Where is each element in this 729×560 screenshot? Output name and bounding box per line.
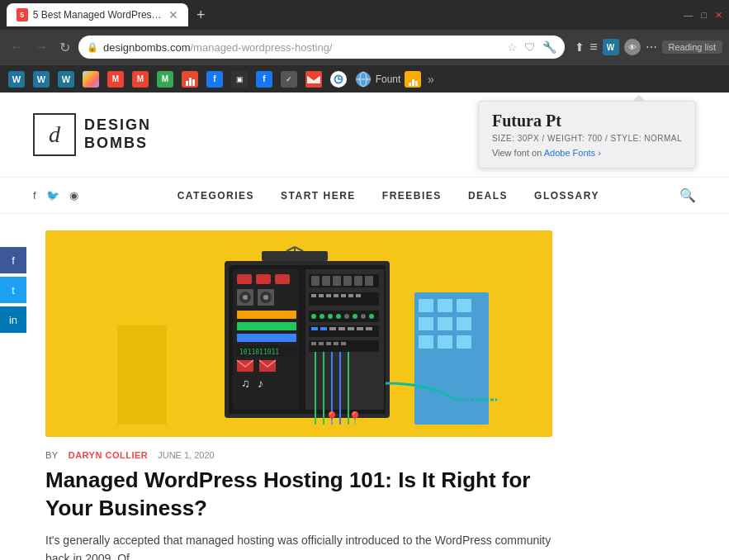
- svg-rect-75: [366, 327, 372, 330]
- bookmark-mail3[interactable]: M: [154, 69, 177, 89]
- close-window-button[interactable]: ✕: [715, 10, 722, 21]
- facebook-icon[interactable]: f: [33, 189, 36, 202]
- social-sidebar: f t in: [0, 247, 26, 335]
- bookmark-star-icon[interactable]: ☆: [507, 40, 518, 54]
- bookmark-analytics2[interactable]: [401, 69, 424, 89]
- svg-rect-71: [329, 327, 336, 330]
- svg-text:📍: 📍: [324, 411, 340, 425]
- share-icon[interactable]: ⬆: [575, 40, 585, 54]
- svg-rect-18: [262, 251, 328, 261]
- svg-rect-72: [338, 327, 345, 330]
- maximize-button[interactable]: □: [701, 10, 707, 20]
- svg-line-21: [295, 247, 303, 251]
- server-illustration: 1011011011 ♫ ♪: [101, 243, 497, 425]
- linkedin-share-icon: in: [9, 314, 17, 326]
- article-meta: BY DARYN COLLIER JUNE 1, 2020: [45, 450, 679, 460]
- svg-rect-56: [341, 294, 346, 297]
- nav-freebies[interactable]: FREEBIES: [382, 190, 442, 202]
- svg-rect-47: [333, 276, 341, 286]
- browser-toolbar: ⬆ ≡ W 👁 ⋯ Reading list: [575, 39, 722, 55]
- nav-deals[interactable]: DEALS: [468, 190, 508, 202]
- svg-rect-11: [457, 299, 471, 312]
- bookmark-blue1[interactable]: f: [203, 69, 226, 89]
- bookmark-blue3[interactable]: f: [253, 69, 276, 89]
- by-label: BY: [45, 450, 59, 460]
- twitter-icon[interactable]: 🐦: [46, 189, 59, 202]
- bookmark-google[interactable]: [327, 69, 350, 89]
- window-controls: — □ ✕: [684, 10, 722, 21]
- new-tab-button[interactable]: +: [196, 7, 206, 24]
- svg-rect-9: [419, 299, 433, 312]
- svg-rect-50: [365, 276, 373, 286]
- font-details: SIZE: 30PX / WEIGHT: 700 / STYLE: NORMAL: [492, 134, 682, 143]
- bookmark-gradient[interactable]: [79, 69, 102, 89]
- font-name: Futura Pt: [492, 112, 682, 131]
- adobe-fonts-link[interactable]: Adobe Fonts ›: [544, 148, 601, 158]
- site-nav: f 🐦 ◉ CATEGORIES START HERE FREEBIES DEA…: [0, 178, 729, 214]
- address-bar: ← → ↻ 🔒 designbombs.com/managed-wordpres…: [0, 30, 729, 64]
- sidebar-icon[interactable]: ≡: [589, 40, 597, 55]
- address-input[interactable]: 🔒 designbombs.com/managed-wordpress-host…: [78, 36, 565, 59]
- bookmarks-bar: W W W M M M f ▣ f ✓ Fount: [0, 64, 729, 93]
- site-content: d DESIGN BOMBS Futura Pt SIZE: 30PX / WE…: [0, 93, 729, 560]
- address-bar-icons: ☆ 🛡 🔧: [507, 40, 556, 54]
- wp-extension-icon[interactable]: W: [603, 39, 619, 55]
- svg-point-66: [361, 314, 366, 319]
- bookmark-fount[interactable]: Fount: [376, 69, 400, 89]
- svg-point-64: [344, 314, 349, 319]
- svg-text:♫: ♫: [241, 377, 250, 390]
- back-button[interactable]: ←: [7, 38, 26, 56]
- svg-rect-74: [357, 327, 363, 330]
- bookmark-analytics-bar[interactable]: [178, 69, 201, 89]
- bookmark-wp1[interactable]: W: [5, 69, 28, 89]
- minimize-button[interactable]: —: [684, 10, 693, 20]
- extensions-icon[interactable]: 🔧: [542, 40, 556, 54]
- svg-rect-70: [320, 327, 327, 330]
- svg-text:♪: ♪: [258, 377, 263, 390]
- bookmark-mail1[interactable]: M: [104, 69, 127, 89]
- svg-point-63: [336, 314, 341, 319]
- reading-list-button[interactable]: Reading list: [662, 40, 722, 54]
- nav-categories[interactable]: CATEGORIES: [178, 190, 254, 202]
- author-name[interactable]: DARYN COLLIER: [69, 450, 149, 460]
- svg-rect-58: [356, 294, 361, 297]
- bookmark-wp2[interactable]: W: [30, 69, 53, 89]
- nav-start-here[interactable]: START HERE: [281, 190, 356, 202]
- svg-rect-73: [348, 327, 354, 330]
- bookmark-wp3[interactable]: W: [54, 69, 78, 89]
- more-extensions-icon[interactable]: ⋯: [646, 40, 657, 54]
- url-display: designbombs.com/managed-wordpress-hostin…: [103, 41, 502, 54]
- security-lock-icon: 🔒: [87, 42, 98, 53]
- hero-image: 1011011011 ♫ ♪: [45, 230, 552, 437]
- nav-glossary[interactable]: GLOSSARY: [534, 190, 599, 202]
- logo-letter: d: [49, 121, 60, 148]
- rss-icon[interactable]: ◉: [69, 189, 78, 202]
- eye-extension-icon[interactable]: 👁: [624, 39, 641, 55]
- svg-rect-80: [334, 342, 338, 345]
- svg-rect-17: [457, 335, 471, 349]
- bookmark-mail2[interactable]: M: [129, 69, 152, 89]
- svg-rect-53: [319, 294, 324, 297]
- bookmark-blue2[interactable]: ▣: [228, 69, 251, 89]
- logo-box: d: [33, 113, 76, 156]
- shield-icon: 🛡: [524, 40, 536, 54]
- svg-line-19: [286, 247, 295, 251]
- search-icon[interactable]: 🔍: [679, 187, 696, 203]
- share-linkedin-button[interactable]: in: [0, 306, 26, 333]
- tab-close-button[interactable]: ✕: [168, 8, 178, 21]
- share-twitter-button[interactable]: t: [0, 277, 26, 303]
- site-header: d DESIGN BOMBS Futura Pt SIZE: 30PX / WE…: [0, 93, 729, 178]
- tab-favicon: 5: [17, 8, 28, 21]
- svg-point-67: [369, 314, 374, 319]
- svg-rect-48: [343, 276, 352, 286]
- bookmark-gmail[interactable]: [302, 69, 325, 89]
- browser-tab[interactable]: 5 5 Best Managed WordPress Hos... ✕: [7, 3, 188, 26]
- twitter-share-icon: t: [12, 284, 15, 297]
- svg-point-62: [328, 314, 333, 319]
- share-facebook-button[interactable]: f: [0, 247, 26, 273]
- forward-button[interactable]: →: [31, 38, 51, 56]
- svg-rect-26: [256, 274, 271, 284]
- bookmark-task[interactable]: ✓: [277, 69, 301, 89]
- refresh-button[interactable]: ↻: [56, 38, 73, 57]
- more-bookmarks-button[interactable]: »: [428, 73, 434, 86]
